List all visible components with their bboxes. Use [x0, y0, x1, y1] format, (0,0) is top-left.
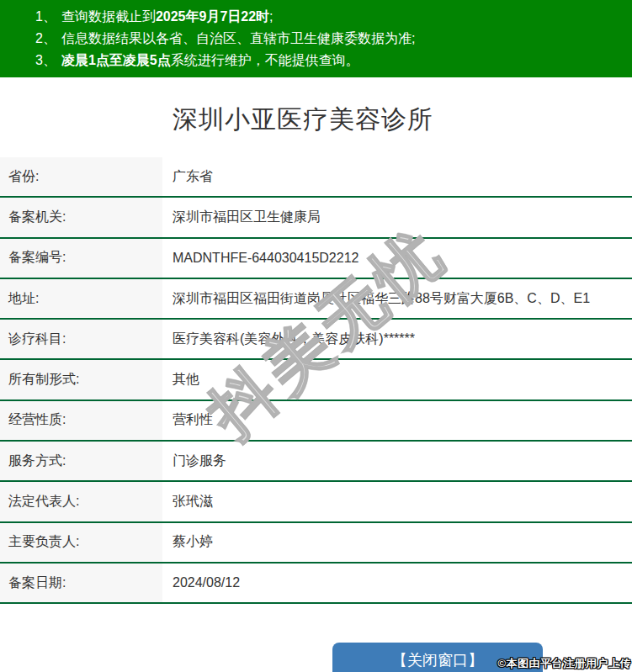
- table-row: 经营性质:营利性: [0, 401, 632, 442]
- notice-number: 3、: [35, 53, 56, 67]
- row-label: 主要负责人:: [0, 523, 162, 562]
- row-label: 备案编号:: [0, 239, 162, 278]
- row-value: 蔡小婷: [162, 523, 632, 562]
- page-title: 深圳小亚医疗美容诊所: [173, 105, 433, 133]
- notice-text: 查询数据截止到: [61, 9, 156, 24]
- row-value: 营利性: [162, 401, 632, 440]
- table-row: 主要负责人:蔡小婷: [0, 523, 632, 564]
- row-label: 省份:: [0, 157, 162, 196]
- notice-number: 2、: [35, 31, 56, 45]
- title-wrap: 深圳小亚医疗美容诊所: [0, 77, 606, 157]
- table-row: 地址:深圳市福田区福田街道岗厦社区福华三路88号财富大厦6B、C、D、E1: [0, 279, 632, 320]
- row-label: 法定代表人:: [0, 482, 162, 521]
- row-value: 其他: [162, 360, 632, 399]
- row-value: 医疗美容科(美容外科，美容皮肤科)******: [162, 320, 632, 358]
- row-value: 门诊服务: [162, 442, 632, 480]
- row-value: 2024/08/12: [162, 564, 632, 602]
- notice-line: 1、查询数据截止到2025年9月7日22时;: [35, 6, 625, 28]
- query-result-page: { "header": { "notices": [ { "num": "1、"…: [0, 0, 632, 672]
- row-value: 广东省: [162, 157, 632, 196]
- copyright-stamp: ©本图由平台注册用户上传: [497, 656, 631, 671]
- notice-line: 2、信息数据结果以各省、自治区、直辖市卫生健康委数据为准;: [35, 28, 625, 50]
- table-row: 服务方式:门诊服务: [0, 442, 632, 482]
- row-label: 所有制形式:: [0, 360, 162, 399]
- row-label: 地址:: [0, 279, 162, 318]
- notice-number: 1、: [35, 9, 56, 24]
- info-table: 省份:广东省备案机关:深圳市福田区卫生健康局备案编号:MADNTHFE-6440…: [0, 157, 632, 604]
- row-label: 诊疗科目:: [0, 320, 162, 358]
- table-row: 备案编号:MADNTHFE-644030415D2212: [0, 239, 632, 279]
- row-label: 服务方式:: [0, 442, 162, 480]
- row-label: 经营性质:: [0, 401, 162, 440]
- notice-list: 1、查询数据截止到2025年9月7日22时;2、信息数据结果以各省、自治区、直辖…: [35, 6, 625, 71]
- table-row: 备案日期:2024/08/12: [0, 564, 632, 604]
- notice-text: 凌晨1点至凌晨5点: [61, 53, 171, 67]
- row-label: 备案机关:: [0, 198, 162, 236]
- row-label: 备案日期:: [0, 564, 162, 602]
- row-value: 深圳市福田区福田街道岗厦社区福华三路88号财富大厦6B、C、D、E1: [162, 279, 632, 318]
- notice-text: 2025年9月7日22时: [156, 9, 269, 24]
- notice-text: 信息数据结果以各省、自治区、直辖市卫生健康委数据为准;: [61, 31, 415, 45]
- row-value: MADNTHFE-644030415D2212: [162, 239, 632, 278]
- row-value: 张玳滋: [162, 482, 632, 521]
- notice-text: ;: [269, 9, 273, 24]
- notice-line: 3、凌晨1点至凌晨5点系统进行维护，不能提供查询。: [35, 50, 625, 71]
- row-value: 深圳市福田区卫生健康局: [162, 198, 632, 236]
- table-row: 备案机关:深圳市福田区卫生健康局: [0, 198, 632, 238]
- table-row: 省份:广东省: [0, 157, 632, 198]
- table-row: 诊疗科目:医疗美容科(美容外科，美容皮肤科)******: [0, 320, 632, 360]
- notice-header: 1、查询数据截止到2025年9月7日22时;2、信息数据结果以各省、自治区、直辖…: [0, 0, 632, 77]
- notice-text: 系统进行维护，不能提供查询。: [171, 53, 359, 67]
- table-row: 所有制形式:其他: [0, 360, 632, 400]
- table-row: 法定代表人:张玳滋: [0, 482, 632, 522]
